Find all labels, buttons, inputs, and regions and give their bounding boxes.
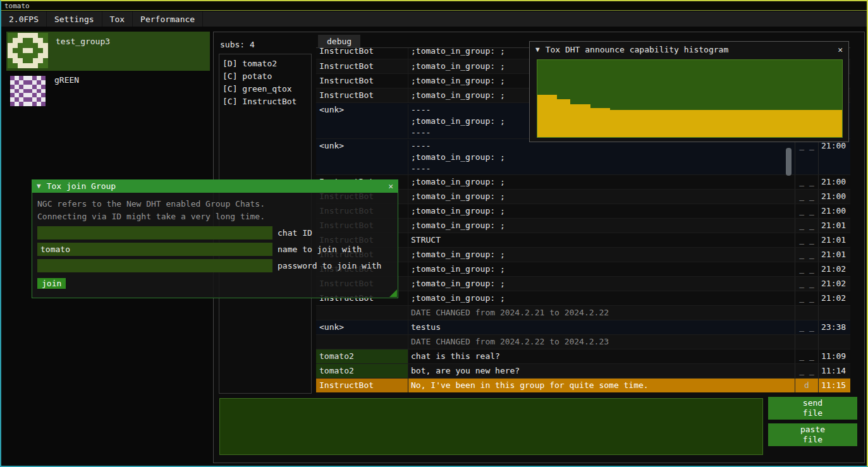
chat-timestamp: 11:09 xyxy=(818,349,850,363)
field-label: name to join with xyxy=(278,245,362,254)
chat-timestamp: 21:00 xyxy=(818,175,850,189)
histogram-bar xyxy=(644,110,650,137)
member-list-item[interactable]: [C] green_qtox xyxy=(223,83,308,95)
chat-row[interactable]: InstructBotNo, I've been in this group f… xyxy=(316,378,850,392)
chat-message: chat is this real? xyxy=(408,349,795,363)
histogram-bar xyxy=(789,110,795,137)
chat-timestamp: 21:02 xyxy=(818,277,850,291)
histogram-bar xyxy=(690,110,696,137)
histogram-bar xyxy=(683,110,690,137)
chat-message: STRUCT xyxy=(408,233,795,247)
histogram-bar xyxy=(604,108,610,137)
member-list-item[interactable]: [C] InstructBot xyxy=(223,95,308,108)
chat-row[interactable]: DATE CHANGED from 2024.2.22 to 2024.2.23 xyxy=(316,334,850,349)
ngc-info-line: NGC refers to the New DHT enabled Group … xyxy=(37,198,393,210)
chat-row[interactable]: <unk>---- ;tomato_in_group: ; ----_ _21:… xyxy=(316,138,850,174)
join-button[interactable]: join xyxy=(37,278,66,289)
chat-status-flags: _ _ xyxy=(795,233,818,247)
chat-message: ;tomato_in_group: ; xyxy=(408,175,795,189)
tab-debug[interactable]: debug xyxy=(318,35,360,47)
group-avatar xyxy=(10,76,46,106)
histogram-bar xyxy=(756,110,762,137)
chat-timestamp xyxy=(818,306,850,320)
chat-sender xyxy=(316,335,408,349)
histogram-bar xyxy=(676,110,683,137)
collapse-icon[interactable]: ▼ xyxy=(535,45,540,54)
subs-count-label: subs: 4 xyxy=(220,40,255,49)
histogram-bar xyxy=(663,110,669,137)
sidebar-item-green[interactable]: gREEN xyxy=(6,72,210,111)
chat-message: testus xyxy=(408,320,795,334)
menu-bar: 2.0FPS Settings Tox Performance xyxy=(1,11,867,27)
histogram-bar xyxy=(610,110,616,137)
histogram-bar xyxy=(570,104,577,137)
window-titlebar: ▼ Tox join Group ✕ xyxy=(32,179,398,193)
histogram-bar xyxy=(617,110,623,137)
chat-message: ;tomato_in_group: ; xyxy=(408,190,795,203)
join-window-body: NGC refers to the New DHT enabled Group … xyxy=(32,193,398,298)
password-to-join-with-input[interactable] xyxy=(37,259,272,272)
chat-status-flags xyxy=(795,335,818,349)
histogram-bar xyxy=(590,108,597,137)
histogram-bar xyxy=(597,108,603,137)
chat-row[interactable]: DATE CHANGED from 2024.2.21 to 2024.2.22 xyxy=(316,305,850,320)
member-list-item[interactable]: [D] tomato2 xyxy=(223,58,308,70)
collapse-icon[interactable]: ▼ xyxy=(37,182,41,190)
histogram-bar xyxy=(783,110,789,137)
histogram-bar xyxy=(743,110,749,137)
chat-status-flags: _ _ xyxy=(795,277,818,291)
menu-performance[interactable]: Performance xyxy=(133,11,203,27)
chat-message: ;tomato_in_group: ; xyxy=(408,219,795,233)
message-input[interactable] xyxy=(219,398,763,455)
sidebar-item-test-group3[interactable]: test_group3 xyxy=(6,32,210,71)
chat-status-flags: _ _ xyxy=(795,219,818,233)
chat-sender: InstructBot xyxy=(316,379,408,392)
join-field-row: chat ID xyxy=(37,226,393,240)
send-file-button[interactable]: send file xyxy=(768,397,857,420)
histogram-bar xyxy=(723,110,730,137)
chat-sender: InstructBot xyxy=(316,88,408,102)
chat-timestamp: 21:00 xyxy=(818,190,850,203)
resize-grip-icon[interactable] xyxy=(389,289,397,297)
chat-message: ;tomato_in_group: ; xyxy=(408,277,795,291)
histogram-bar xyxy=(564,99,570,137)
menu-tox[interactable]: Tox xyxy=(102,11,133,27)
histogram-bar xyxy=(577,104,584,137)
histogram-bar xyxy=(836,110,842,137)
histogram-bar xyxy=(650,110,656,137)
chat-timestamp: 21:02 xyxy=(818,262,850,276)
chat-timestamp: 21:00 xyxy=(818,204,850,218)
chat-message: ;tomato_in_group: ; xyxy=(408,204,795,218)
menu-settings[interactable]: Settings xyxy=(47,11,102,27)
connect-info-line: Connecting via ID might take a very long… xyxy=(37,210,393,223)
histogram-bar xyxy=(670,110,676,137)
chat-status-flags: _ _ xyxy=(795,248,818,262)
field-label: password to join with xyxy=(278,261,381,270)
chat-row[interactable]: <unk>testus_ _23:38 xyxy=(316,320,850,334)
histogram-bar xyxy=(710,110,716,137)
fps-indicator: 2.0FPS xyxy=(1,11,47,27)
chat-sender xyxy=(316,306,408,320)
name-to-join-with-input[interactable] xyxy=(37,243,272,256)
member-list-item[interactable]: [C] potato xyxy=(223,70,308,83)
group-avatar xyxy=(8,33,48,68)
scrollbar-thumb[interactable] xyxy=(786,148,792,176)
chat-row[interactable]: tomato2chat is this real?_ _11:09 xyxy=(316,349,850,363)
histogram-bar xyxy=(657,110,663,137)
close-icon[interactable]: ✕ xyxy=(388,181,393,191)
histogram-bar xyxy=(762,110,769,137)
chat-timestamp: 23:38 xyxy=(818,320,850,334)
chat-timestamp: 21:01 xyxy=(818,248,850,262)
chat-message: ---- ;tomato_in_group: ; ---- xyxy=(408,140,795,174)
histogram-bar xyxy=(716,110,723,137)
paste-file-button[interactable]: paste file xyxy=(768,423,857,446)
chat-row[interactable]: tomato2bot, are you new here?_ _11:14 xyxy=(316,363,850,378)
chat-message: ;tomato_in_group: ; xyxy=(408,248,795,262)
close-icon[interactable]: ✕ xyxy=(838,45,843,54)
dht-histogram-window: ▼ Tox DHT announce capability histogram … xyxy=(529,41,849,142)
histogram-bar xyxy=(809,110,816,137)
chat-ID-input[interactable] xyxy=(37,226,272,240)
app-window: tomato 2.0FPS Settings Tox Performance t… xyxy=(0,0,868,467)
histogram-bar xyxy=(551,95,557,137)
chat-message: bot, are you new here? xyxy=(408,364,795,378)
